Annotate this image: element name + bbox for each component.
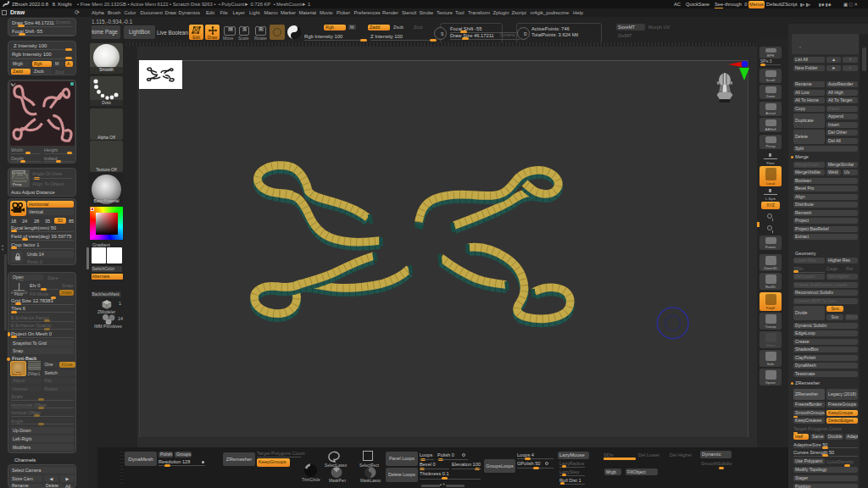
svg-text:Floor: Floor	[14, 292, 24, 297]
